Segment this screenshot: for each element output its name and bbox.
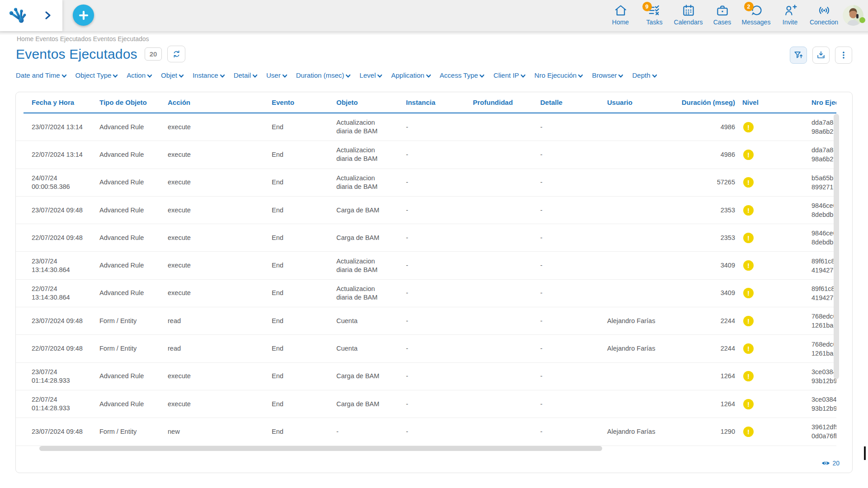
nav-invite[interactable]: Invite [773, 4, 807, 26]
filter-dropdown[interactable]: Nro Ejecución [534, 71, 584, 79]
warning-level-icon: ! [743, 427, 754, 437]
download-button[interactable] [812, 47, 830, 64]
filter-dropdown[interactable]: Client IP [493, 71, 526, 79]
cell-instancia: - [406, 234, 473, 242]
table-row[interactable]: 22/07/24 01:14:28.933 Advanced Rule exec… [16, 390, 836, 418]
breadcrumb[interactable]: Home Eventos Ejecutados Eventos Ejecutad… [17, 35, 149, 42]
table-row[interactable]: 22/07/2024 09:48 Form / Entity read End … [16, 335, 836, 362]
column-header-profundidad[interactable]: Profundidad [473, 99, 540, 106]
filter-dropdown[interactable]: Application [391, 71, 431, 79]
nav-tasks[interactable]: 9 Tasks [637, 4, 671, 26]
cell-detalle: - [540, 178, 607, 187]
cell-accion: execute [168, 123, 272, 131]
cell-instancia: - [406, 261, 473, 270]
topbar: Home 9 Tasks Calendars [0, 0, 868, 31]
column-header-accion[interactable]: Acción [168, 99, 272, 106]
column-header-evento[interactable]: Evento [272, 99, 336, 106]
cell-nivel: ! [735, 177, 811, 188]
avatar[interactable] [843, 5, 863, 26]
cell-objeto: Actualizacion diaria de BAM [336, 285, 406, 302]
table-row[interactable]: 23/07/24 13:14:30.864 Advanced Rule exec… [16, 252, 836, 279]
table-row[interactable]: 22/07/2024 09:48 Advanced Rule execute E… [16, 224, 836, 252]
cell-duracion: 57265 [675, 178, 735, 187]
table-row[interactable]: 22/07/2024 13:14 Advanced Rule execute E… [16, 141, 836, 169]
column-header-tipo[interactable]: Tipo de Objeto [99, 99, 168, 106]
table-row[interactable]: 23/07/2024 09:48 Advanced Rule execute E… [16, 197, 836, 224]
cell-nivel: ! [735, 288, 811, 298]
cell-accion: execute [168, 150, 272, 159]
cell-duracion: 2353 [675, 206, 735, 215]
nav-home[interactable]: Home [604, 4, 637, 26]
kebab-menu-button[interactable] [835, 47, 852, 64]
cell-nivel: ! [735, 260, 811, 271]
cell-detalle: - [540, 400, 607, 408]
filter-dropdown[interactable]: Detail [234, 71, 258, 79]
kebab-menu-icon [839, 51, 848, 60]
table-row[interactable]: 22/07/24 13:14:30.864 Advanced Rule exec… [16, 280, 836, 307]
user-photo [843, 5, 863, 26]
table-row[interactable]: 23/07/24 01:14:28.933 Advanced Rule exec… [16, 363, 836, 390]
app-logo-icon[interactable] [7, 6, 27, 26]
cell-nro-ejecucion: 9846ce68debdb1 [811, 201, 836, 219]
cell-duracion: 1290 [675, 427, 735, 436]
cell-detalle: - [540, 289, 607, 297]
filter-dropdown[interactable]: Action [127, 71, 153, 79]
column-header-duracion[interactable]: Duración (mseg) [675, 99, 735, 106]
table-row[interactable]: 24/07/24 00:00:58.386 Advanced Rule exec… [16, 169, 836, 197]
filter-export-button[interactable] [790, 47, 807, 64]
filter-label: Nro Ejecución [534, 71, 576, 79]
cell-instancia: - [406, 317, 473, 325]
nav-calendars[interactable]: Calendars [671, 4, 705, 26]
expand-panel-chevron-icon[interactable] [43, 10, 53, 21]
cell-detalle: - [540, 317, 607, 325]
column-header-instancia[interactable]: Instancia [406, 99, 473, 106]
nav-cases[interactable]: Cases [705, 4, 739, 26]
filter-dropdown[interactable]: Duration (msec) [296, 71, 352, 79]
column-header-objeto[interactable]: Objeto [336, 99, 406, 106]
filter-label: Action [127, 71, 146, 79]
cell-usuario: Alejandro Farías [607, 344, 675, 353]
warning-level-icon: ! [743, 316, 754, 326]
cell-tipo: Advanced Rule [99, 234, 168, 242]
table-row[interactable]: 23/07/2024 09:48 Form / Entity read End … [16, 307, 836, 335]
nav-label: Calendars [674, 19, 703, 26]
cell-objeto: Actualizacion diaria de BAM [336, 118, 406, 136]
column-header-fecha[interactable]: Fecha y Hora [32, 99, 99, 106]
cell-evento: End [272, 150, 336, 159]
filter-dropdown[interactable]: Depth [632, 71, 657, 79]
filter-dropdown[interactable]: Level [359, 71, 383, 79]
column-header-usuario[interactable]: Usuario [607, 99, 675, 106]
column-header-nro-ejecucion[interactable]: Nro Ejecución [811, 99, 836, 106]
horizontal-scrollbar[interactable] [39, 446, 602, 451]
filter-dropdown[interactable]: Browser [592, 71, 624, 79]
cell-instancia: - [406, 123, 473, 131]
filter-bar: Date and Time Object Type Action Objet I… [16, 71, 658, 79]
filter-label: User [266, 71, 281, 79]
nav-label: Messages [742, 19, 771, 26]
nav-label: Home [612, 19, 629, 26]
column-header-detalle[interactable]: Detalle [540, 99, 607, 106]
nav-conection[interactable]: Conection [807, 4, 841, 26]
add-button[interactable] [73, 5, 94, 26]
cell-detalle: - [540, 206, 607, 215]
table-row[interactable]: 23/07/2024 09:48 Form / Entity new End -… [16, 418, 836, 446]
cell-evento: End [272, 123, 336, 131]
cell-detalle: - [540, 150, 607, 159]
vertical-scrollbar[interactable] [834, 114, 839, 379]
cell-evento: End [272, 400, 336, 408]
cell-nro-ejecucion: 768edc61261bae [811, 312, 836, 330]
nav-messages[interactable]: 2 Messages [739, 4, 773, 26]
filter-dropdown[interactable]: Instance [193, 71, 226, 79]
filter-dropdown[interactable]: Access Type [440, 71, 486, 79]
table-row[interactable]: 23/07/2024 13:14 Advanced Rule execute E… [16, 113, 836, 141]
filter-dropdown[interactable]: Date and Time [16, 71, 67, 79]
column-header-nivel[interactable]: Nivel [735, 99, 811, 106]
filter-dropdown[interactable]: User [266, 71, 288, 79]
filter-dropdown[interactable]: Objet [161, 71, 184, 79]
cell-duracion: 2353 [675, 234, 735, 242]
cell-accion: execute [168, 178, 272, 187]
filter-dropdown[interactable]: Object Type [75, 71, 119, 79]
cell-nivel: ! [735, 427, 811, 437]
refresh-button[interactable] [167, 46, 185, 62]
cell-evento: End [272, 234, 336, 242]
